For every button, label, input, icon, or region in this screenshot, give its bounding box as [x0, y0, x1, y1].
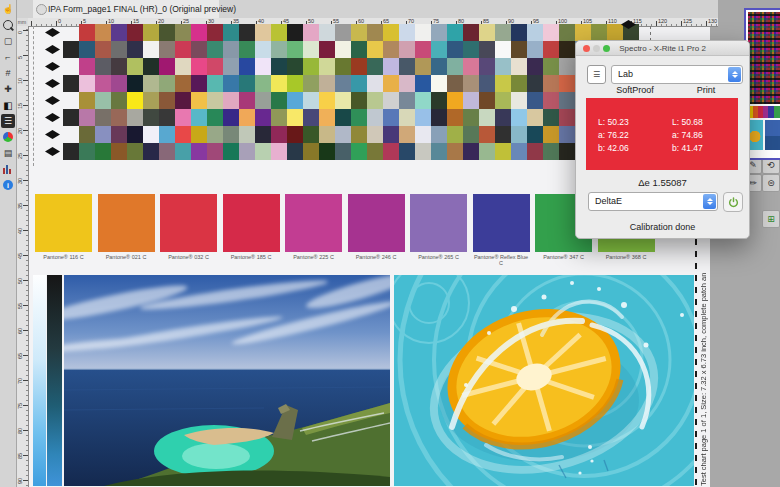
- color-patch: [95, 58, 111, 75]
- color-patch: [287, 109, 303, 126]
- pantone-swatch-label: Pantone® 185 C: [223, 254, 280, 260]
- color-patch: [383, 75, 399, 92]
- color-patch: [527, 126, 543, 143]
- color-patch: [95, 109, 111, 126]
- pages-tool[interactable]: ▤: [1, 146, 15, 160]
- web-tool[interactable]: ⊜: [762, 174, 780, 192]
- color-patch: [175, 143, 191, 160]
- power-button[interactable]: [723, 192, 743, 212]
- v-ruler-label: 10: [17, 78, 23, 84]
- measure-tool[interactable]: ☰: [1, 114, 15, 128]
- color-patch: [543, 24, 559, 41]
- pantone-swatch-label: Pantone® 116 C: [35, 254, 92, 260]
- color-patch: [479, 24, 495, 41]
- color-patch: [479, 126, 495, 143]
- color-patch: [63, 41, 79, 58]
- grid-tool[interactable]: #: [1, 66, 15, 80]
- color-patch: [367, 24, 383, 41]
- color-patch: [159, 92, 175, 109]
- color-patch: [127, 41, 143, 58]
- color-patch: [527, 24, 543, 41]
- color-patch: [431, 41, 447, 58]
- zoom-tool[interactable]: [1, 18, 15, 32]
- color-patch: [287, 126, 303, 143]
- color-patch: [431, 109, 447, 126]
- color-patch: [127, 126, 143, 143]
- color-patch: [559, 92, 575, 109]
- pantone-swatch: [98, 194, 155, 252]
- color-patch: [367, 126, 383, 143]
- spectro-panel: Spectro - X-Rite i1 Pro 2 ☰ Lab SoftProo…: [575, 40, 750, 239]
- color-patch: [79, 58, 95, 75]
- pantone-swatch-label: Pantone® 246 C: [348, 254, 405, 260]
- color-patch: [511, 92, 527, 109]
- color-patch: [479, 109, 495, 126]
- color-patch: [447, 109, 463, 126]
- patch-grid-tool[interactable]: ⊞: [762, 210, 780, 228]
- color-patch: [399, 92, 415, 109]
- thumbnail-photos: [748, 120, 780, 150]
- color-patch: [527, 75, 543, 92]
- color-patch: [431, 92, 447, 109]
- color-patch: [431, 75, 447, 92]
- color-patch: [191, 109, 207, 126]
- color-patch: [79, 41, 95, 58]
- pan-tool[interactable]: ☝: [1, 2, 15, 16]
- color-patch: [415, 126, 431, 143]
- color-patch: [511, 75, 527, 92]
- color-patch: [543, 126, 559, 143]
- close-icon[interactable]: [36, 4, 47, 15]
- histogram-tool[interactable]: [1, 162, 15, 176]
- color-wheel-tool[interactable]: [1, 130, 15, 144]
- color-patch: [527, 92, 543, 109]
- color-patch: [415, 92, 431, 109]
- color-patch: [559, 126, 575, 143]
- info-tool[interactable]: i: [1, 178, 15, 192]
- color-patch: [175, 126, 191, 143]
- mode-dropdown[interactable]: Lab: [611, 65, 743, 84]
- color-patch: [399, 41, 415, 58]
- h-ruler-label: 0: [58, 18, 61, 24]
- color-patch: [367, 75, 383, 92]
- color-patch: [95, 126, 111, 143]
- color-patch: [159, 75, 175, 92]
- spectro-panel-titlebar[interactable]: Spectro - X-Rite i1 Pro 2: [576, 41, 749, 56]
- color-patch: [303, 24, 319, 41]
- move-tool[interactable]: ✚: [1, 82, 15, 96]
- thumbnail-color-stripes: [748, 106, 780, 118]
- color-patch: [303, 143, 319, 160]
- color-patch: [111, 41, 127, 58]
- color-patch: [447, 126, 463, 143]
- color-patch: [287, 75, 303, 92]
- h-ruler-label: 125: [683, 18, 692, 24]
- marquee-tool[interactable]: ▢: [1, 34, 15, 48]
- color-patch: [463, 143, 479, 160]
- menu-button[interactable]: ☰: [587, 65, 606, 84]
- color-patch: [511, 143, 527, 160]
- color-patch: [511, 41, 527, 58]
- pantone-swatch: [473, 194, 530, 252]
- color-patch: [351, 58, 367, 75]
- color-patch: [191, 58, 207, 75]
- color-patch: [127, 143, 143, 160]
- color-patch: [159, 109, 175, 126]
- color-patch: [95, 75, 111, 92]
- metric-dropdown[interactable]: DeltaE: [588, 192, 718, 211]
- densitometer-tool[interactable]: ◧: [1, 98, 15, 112]
- orange-splash-photo: [394, 275, 694, 486]
- color-patch: [319, 126, 335, 143]
- color-patch: [479, 58, 495, 75]
- color-patch: [223, 24, 239, 41]
- color-patch: [399, 58, 415, 75]
- color-patch: [463, 41, 479, 58]
- calibration-status: Calibration done: [576, 222, 749, 232]
- list-icon: ☰: [593, 70, 600, 79]
- color-patch: [159, 24, 175, 41]
- black-blue-gradient-control-strip: [47, 275, 62, 486]
- color-patch: [223, 126, 239, 143]
- color-patch: [111, 109, 127, 126]
- color-patch: [447, 58, 463, 75]
- tool-palette: ☝▢⌐#✚◧☰▤i: [0, 0, 17, 487]
- color-patch: [159, 143, 175, 160]
- crop-tool[interactable]: ⌐: [1, 50, 15, 64]
